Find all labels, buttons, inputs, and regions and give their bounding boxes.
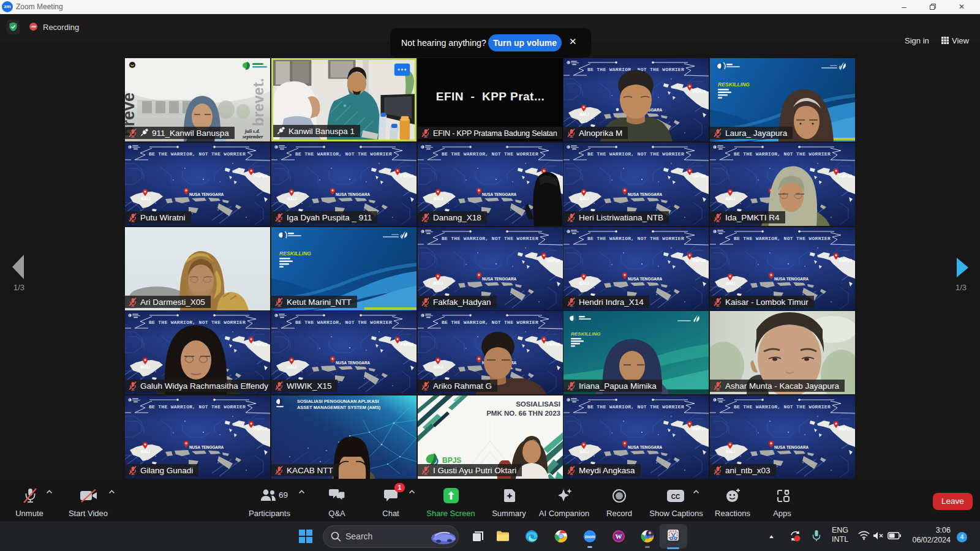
svg-text:september: september [242,134,263,140]
svg-text:juli s.d.: juli s.d. [244,129,260,134]
svg-text:W: W [616,533,622,540]
svg-text:CC: CC [671,493,680,500]
svg-text:RESKILLING: RESKILLING [571,331,600,337]
svg-text:brevet.: brevet. [250,78,266,127]
svg-text:PMK NO. 66 THN 2023: PMK NO. 66 THN 2023 [486,410,560,417]
svg-text:SOSIALIASI PENGGUNAAN APLIKASI: SOSIALIASI PENGGUNAAN APLIKASI [297,399,379,404]
svg-text:BPJS: BPJS [442,456,461,465]
svg-text:zoom: zoom [585,534,595,539]
svg-text:SOSIALISASI: SOSIALISASI [516,400,560,408]
svg-text:ASSET MANAGEMENT SYSTEM (AMS): ASSET MANAGEMENT SYSTEM (AMS) [297,405,381,410]
